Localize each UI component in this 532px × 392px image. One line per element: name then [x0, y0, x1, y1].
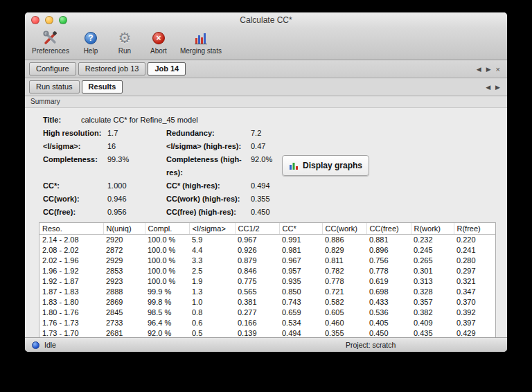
table-cell: 99.9 % [145, 287, 189, 297]
table-cell: 1.80 - 1.76 [39, 308, 103, 318]
table-cell: 0.534 [279, 318, 322, 328]
table-cell: 2681 [103, 328, 145, 338]
results-table-container[interactable]: Reso.N(uniq)Compl.<I/sigma>CC1/2CC*CC(wo… [39, 222, 496, 337]
table-row[interactable]: 2.08 - 2.022872100.0 %4.40.9260.9810.829… [39, 245, 495, 256]
summary-row: CC(free): 0.956 CC(free) (high-res): 0.4… [43, 206, 495, 219]
table-row[interactable]: 1.87 - 1.83288899.9 %1.30.5650.8500.7210… [39, 287, 495, 297]
summary-row: CC*: 1.000 CC* (high-res): 0.494 [43, 179, 495, 193]
table-cell: 98.5 % [145, 308, 189, 318]
table-cell: 1.96 - 1.92 [39, 266, 103, 276]
table-cell: 1.73 - 1.70 [39, 328, 103, 338]
titlebar[interactable]: Calculate CC* [25, 12, 507, 28]
table-cell: 2888 [103, 287, 145, 297]
tab-job-14[interactable]: Job 14 [148, 62, 186, 75]
column-header[interactable]: R(work) [411, 223, 454, 234]
table-cell: 2.14 - 2.08 [39, 234, 103, 245]
table-cell: 0.896 [366, 245, 411, 256]
table-cell: 100.0 % [145, 234, 189, 245]
table-row[interactable]: 1.96 - 1.922853100.0 %2.50.8460.9570.782… [39, 266, 495, 276]
table-cell: 0.328 [411, 287, 454, 297]
summary-title-row: Title: calculate CC* for Refine_45 model [43, 114, 495, 127]
summary-row: <I/sigma>: 16 <I/sigma> (high-res): 0.47 [43, 140, 495, 153]
tab-configure[interactable]: Configure [29, 62, 76, 75]
summary-label-highres: CC(work) (high-res): [166, 193, 251, 206]
merging-stats-button[interactable]: Merging stats [180, 30, 222, 55]
table-cell: 0.232 [411, 234, 454, 245]
column-header[interactable]: CC(work) [322, 223, 366, 234]
table-row[interactable]: 1.76 - 1.73273396.4 %0.60.1660.5340.4600… [39, 318, 495, 328]
table-row[interactable]: 1.83 - 1.80286999.8 %1.00.3810.7430.5820… [39, 297, 495, 308]
table-cell: 92.0 % [145, 328, 189, 338]
scroll-tabs-right-icon[interactable]: ▶ [486, 66, 491, 73]
display-graphs-button[interactable]: Display graphs [282, 155, 369, 176]
table-cell: 0.405 [366, 318, 411, 328]
column-header[interactable]: Compl. [145, 223, 189, 234]
table-cell: 0.409 [411, 318, 454, 328]
column-header[interactable]: N(uniq) [103, 223, 145, 234]
table-cell: 2845 [103, 308, 145, 318]
table-cell: 0.967 [279, 256, 322, 266]
help-button[interactable]: ? Help [78, 30, 103, 55]
scroll-tabs-right-icon[interactable]: ▶ [495, 84, 500, 91]
table-row[interactable]: 1.92 - 1.872923100.0 %1.90.7750.9350.778… [39, 276, 495, 287]
column-header[interactable]: CC1/2 [235, 223, 279, 234]
tab-results[interactable]: Results [82, 80, 123, 93]
status-bar: Idle Project: scratch [25, 337, 507, 352]
column-header[interactable]: <I/sigma> [189, 223, 235, 234]
table-row[interactable]: 2.02 - 1.962929100.0 %3.30.8790.9670.811… [39, 256, 495, 266]
table-row[interactable]: 1.80 - 1.76284598.5 %0.80.2770.6590.6050… [39, 308, 495, 318]
table-cell: 0.241 [454, 245, 495, 256]
table-cell: 0.435 [411, 328, 454, 338]
table-cell: 2869 [103, 297, 145, 308]
tab-restored-job-13[interactable]: Restored job 13 [78, 62, 146, 75]
table-row[interactable]: 2.14 - 2.082920100.0 %5.90.9670.9910.886… [39, 234, 495, 245]
scroll-tabs-left-icon[interactable]: ◀ [486, 84, 490, 91]
table-cell: 5.9 [189, 234, 235, 245]
toolbar-item-label: Help [84, 47, 98, 55]
close-tab-icon[interactable]: × [496, 65, 500, 73]
run-button[interactable]: ⚙ Run [112, 30, 137, 55]
table-cell: 0.775 [235, 276, 279, 287]
table-cell: 0.935 [279, 276, 322, 287]
table-cell: 100.0 % [145, 256, 189, 266]
table-cell: 0.277 [235, 308, 279, 318]
table-cell: 2.02 - 1.96 [39, 256, 103, 266]
table-cell: 0.370 [454, 297, 495, 308]
column-header[interactable]: CC(free) [366, 223, 411, 234]
table-cell: 0.778 [322, 276, 366, 287]
summary-label-highres: <I/sigma> (high-res): [166, 140, 251, 153]
summary-value-highres: 0.494 [251, 179, 306, 193]
table-cell: 0.846 [235, 266, 279, 276]
table-cell: 4.4 [189, 245, 235, 256]
column-header[interactable]: Reso. [39, 223, 103, 234]
table-row[interactable]: 1.73 - 1.70268192.0 %0.50.1390.4940.3550… [39, 328, 495, 338]
table-header-row: Reso.N(uniq)Compl.<I/sigma>CC1/2CC*CC(wo… [39, 223, 495, 234]
summary-row: High resolution: 1.7 Redundancy: 7.2 [43, 127, 495, 140]
window-title: Calculate CC* [25, 12, 507, 28]
bar-chart-icon [289, 161, 299, 170]
app-window: Calculate CC* Preferences ? Help ⚙ [25, 12, 507, 352]
abort-button[interactable]: × Abort [146, 30, 171, 55]
preferences-button[interactable]: Preferences [32, 30, 69, 55]
minimize-window-button[interactable] [45, 16, 53, 24]
summary-value: 16 [107, 140, 166, 153]
column-header[interactable]: R(free) [454, 223, 495, 234]
table-cell: 0.605 [322, 308, 366, 318]
table-cell: 2.08 - 2.02 [39, 245, 103, 256]
table-cell: 3.3 [189, 256, 235, 266]
column-header[interactable]: CC* [279, 223, 322, 234]
table-cell: 1.3 [189, 287, 235, 297]
table-cell: 2929 [103, 256, 145, 266]
table-cell: 1.0 [189, 297, 235, 308]
summary-label: CC(work): [43, 193, 107, 206]
table-cell: 0.433 [366, 297, 411, 308]
table-cell: 0.659 [279, 308, 322, 318]
scroll-tabs-left-icon[interactable]: ◀ [477, 66, 481, 73]
table-cell: 2872 [103, 245, 145, 256]
zoom-window-button[interactable] [59, 16, 67, 24]
close-window-button[interactable] [31, 16, 39, 24]
summary-row: Completeness: 99.3% Completeness (high-r… [43, 153, 495, 179]
tab-run-status[interactable]: Run status [29, 80, 80, 93]
table-cell: 0.313 [411, 276, 454, 287]
table-cell: 100.0 % [145, 266, 189, 276]
